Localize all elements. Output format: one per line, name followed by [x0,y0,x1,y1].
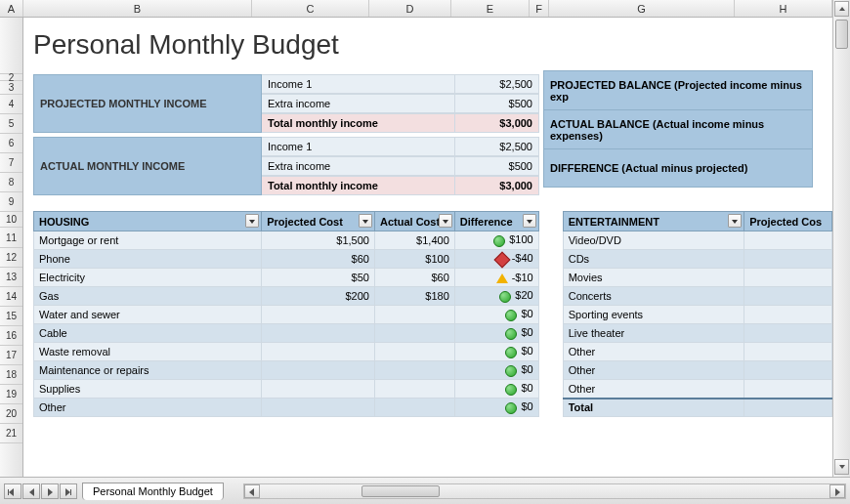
filter-icon[interactable] [245,214,259,228]
cell-projected[interactable] [262,361,375,380]
cell-actual[interactable] [374,380,454,399]
cell-actual[interactable]: $60 [374,269,454,287]
horizontal-scrollbar[interactable] [243,483,846,499]
col-actual[interactable]: Actual Cost [374,212,454,231]
filter-icon[interactable] [439,214,452,228]
housing-header[interactable]: HOUSING [34,212,262,231]
table-row[interactable]: Other [563,380,831,399]
table-row[interactable]: Electricity$50$60-$10 [34,269,539,287]
col-header[interactable]: A [0,0,23,17]
table-row[interactable]: Waste removal$0 [34,343,539,361]
cell-projected[interactable]: $50 [262,269,375,287]
scroll-thumb[interactable] [835,20,848,49]
table-row[interactable]: Mortgage or rent$1,500$1,400$100 [34,231,539,250]
table-row[interactable]: Phone$60$100-$40 [34,250,539,269]
row-header[interactable]: 2 [0,74,22,81]
cell-projected[interactable] [744,324,832,343]
cell-projected[interactable] [262,399,375,417]
col-header[interactable]: D [369,0,451,17]
table-row[interactable]: Other [563,361,831,380]
table-row[interactable]: Gas$200$180$20 [34,287,539,306]
table-row[interactable]: Water and sewer$0 [34,306,539,324]
table-row[interactable]: Cable$0 [34,324,539,343]
row-header[interactable]: 15 [0,307,22,326]
cell-actual[interactable]: $180 [374,287,454,306]
cell-projected[interactable]: $200 [262,287,375,306]
row-header[interactable]: 11 [0,228,22,248]
cell-projected[interactable] [744,287,832,306]
row-header[interactable]: 12 [0,248,22,268]
row-header[interactable]: 10 [0,212,22,228]
row-header[interactable]: 4 [0,95,22,114]
cell-projected[interactable] [262,324,375,343]
row-header[interactable]: 14 [0,287,22,307]
col-header[interactable]: F [530,0,549,17]
col-header[interactable]: G [549,0,735,17]
filter-icon[interactable] [359,214,372,228]
cell-projected[interactable] [744,361,832,380]
cell-projected[interactable] [744,343,832,361]
cell-actual[interactable] [374,306,454,324]
col-difference[interactable]: Difference [454,212,538,231]
row-header[interactable]: 6 [0,134,22,153]
row-header[interactable]: 19 [0,385,22,404]
cell-projected[interactable]: $1,500 [262,231,375,250]
table-row[interactable]: Other [563,343,831,361]
cell-actual[interactable] [374,324,454,343]
cell-projected[interactable] [744,306,832,324]
table-row[interactable]: Other$0 [34,399,539,417]
cell-actual[interactable] [374,343,454,361]
col-projected-2[interactable]: Projected Cos [744,212,832,231]
row-header[interactable]: 16 [0,326,22,346]
entertainment-header[interactable]: ENTERTAINMENT [563,212,744,231]
cell-actual[interactable]: $1,400 [374,231,454,250]
cell-projected[interactable] [744,250,832,269]
row-header[interactable]: 13 [0,268,22,287]
table-row[interactable]: Movies [563,269,831,287]
table-row[interactable]: Supplies$0 [34,380,539,399]
scroll-left-button[interactable] [244,484,260,498]
col-projected[interactable]: Projected Cost [262,212,375,231]
cell-actual[interactable] [374,361,454,380]
cell-projected[interactable] [744,380,832,399]
sheet-tab[interactable]: Personal Monthly Budget [82,483,224,500]
filter-icon[interactable] [728,214,742,228]
row-header[interactable]: 18 [0,365,22,385]
vertical-scrollbar[interactable] [832,0,850,477]
row-header[interactable]: 21 [0,424,22,443]
cell-actual[interactable] [374,399,454,417]
filter-icon[interactable] [523,214,536,228]
cell-projected[interactable] [262,306,375,324]
row-header[interactable]: 7 [0,153,22,173]
row-header[interactable]: 9 [0,192,22,212]
row-header[interactable]: 5 [0,114,22,134]
last-sheet-button[interactable] [60,483,77,499]
table-row[interactable]: Concerts [563,287,831,306]
table-row[interactable]: Maintenance or repairs$0 [34,361,539,380]
scroll-right-button[interactable] [829,484,845,498]
cell-projected[interactable] [744,269,832,287]
next-sheet-button[interactable] [41,483,59,499]
col-header[interactable]: E [451,0,530,17]
cell-projected[interactable] [262,380,375,399]
scroll-down-button[interactable] [834,459,849,475]
row-header[interactable]: 3 [0,81,22,95]
col-header[interactable]: B [23,0,252,17]
scroll-up-button[interactable] [834,1,849,17]
sheet-content[interactable]: Personal Monthly Budget PROJECTED MONTHL… [23,18,832,477]
cell-projected[interactable] [262,343,375,361]
hscroll-thumb[interactable] [361,485,440,497]
cell-actual[interactable]: $100 [374,250,454,269]
table-row[interactable]: Video/DVD [563,231,831,250]
row-header[interactable]: 17 [0,346,22,365]
first-sheet-button[interactable] [4,483,21,499]
cell-projected[interactable]: $60 [262,250,375,269]
col-header[interactable]: H [735,0,832,17]
prev-sheet-button[interactable] [22,483,40,499]
cell-projected[interactable] [744,231,832,250]
table-row[interactable]: Live theater [563,324,831,343]
col-header[interactable]: C [252,0,369,17]
table-row[interactable]: Sporting events [563,306,831,324]
table-row[interactable]: CDs [563,250,831,269]
row-header[interactable]: 8 [0,173,22,192]
